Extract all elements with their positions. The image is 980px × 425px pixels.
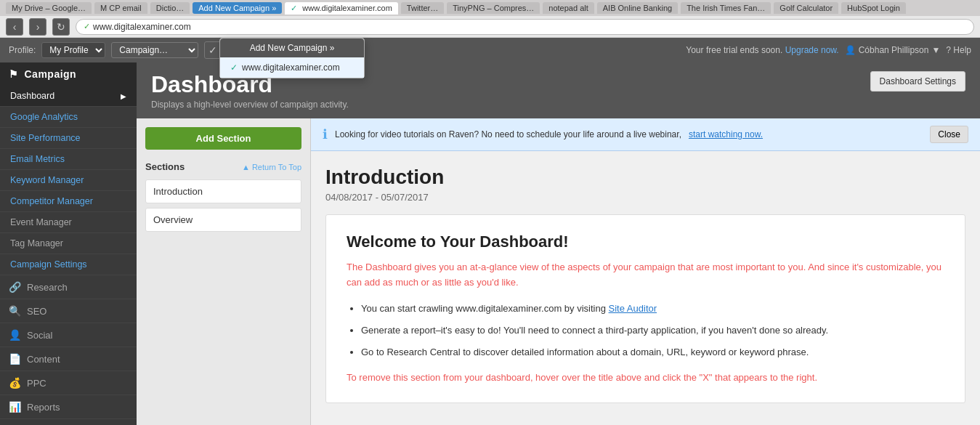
welcome-list: You can start crawling www.digitalexamin…	[361, 299, 944, 362]
sidebar-item-event-manager[interactable]: Event Manager	[0, 212, 137, 233]
list-item-2: Generate a report–it's easy to do! You'l…	[361, 321, 944, 340]
site-auditor-link[interactable]: Site Auditor	[609, 303, 657, 314]
content-label: Content	[27, 354, 60, 365]
watch-now-link[interactable]: start watching now.	[689, 129, 763, 139]
url-text: www.digitalexaminer.com	[93, 22, 191, 32]
browser-tabs: My Drive – Google… M CP email Dictio… Ad…	[0, 0, 980, 16]
campaign-dropdown: Add New Campaign » ✓ www.digitalexaminer…	[219, 38, 365, 78]
refresh-button[interactable]: ↻	[52, 18, 70, 36]
sidebar-item-email-metrics[interactable]: Email Metrics	[0, 149, 137, 170]
main-content: ℹ Looking for video tutorials on Raven? …	[311, 118, 980, 425]
sidebar-category-ppc[interactable]: 💰 PPC	[0, 371, 137, 395]
sidebar-campaign-header: ⚑ Campaign	[0, 62, 137, 86]
list-item-1-text: You can start crawling www.digitalexamin…	[361, 303, 609, 314]
sidebar: ⚑ Campaign Dashboard Google Analytics Si…	[0, 62, 137, 425]
tab-my-drive[interactable]: My Drive – Google…	[6, 2, 92, 14]
tab-golf[interactable]: Golf Calculator	[774, 2, 838, 14]
tab-tinypng[interactable]: TinyPNG – Compres…	[447, 2, 540, 14]
user-name: Cóbhan Phillipson	[859, 45, 929, 55]
tab-aib[interactable]: AIB Online Banking	[597, 2, 678, 14]
browser-bar: ‹ › ↻ ✓ www.digitalexaminer.com	[0, 16, 980, 38]
content-icon: 📄	[9, 353, 21, 365]
tab-dictio[interactable]: Dictio…	[150, 2, 190, 14]
help-button[interactable]: ? Help	[946, 45, 971, 55]
profile-label: Profile:	[9, 45, 36, 55]
tab-cp-email[interactable]: M CP email	[94, 2, 147, 14]
left-panel: Add Section Sections ▲ Return To Top Int…	[137, 118, 311, 425]
sidebar-item-campaign-settings[interactable]: Campaign Settings	[0, 254, 137, 275]
remove-section-text: To remove this section from your dashboa…	[347, 371, 944, 386]
url-checkmark: ✓	[291, 4, 297, 12]
sections-layout: Add Section Sections ▲ Return To Top Int…	[137, 118, 980, 425]
content-area: Dashboard Displays a high-level overview…	[137, 62, 980, 425]
sidebar-item-competitor-manager[interactable]: Competitor Manager	[0, 191, 137, 212]
sections-title: Sections	[145, 161, 185, 172]
research-label: Research	[27, 282, 68, 293]
dropdown-item-label: www.digitalexaminer.com	[242, 62, 340, 73]
upgrade-link[interactable]: Upgrade now.	[785, 45, 839, 55]
ppc-icon: 💰	[9, 377, 21, 389]
ppc-label: PPC	[27, 378, 46, 389]
tab-twitter[interactable]: Twitter…	[401, 2, 444, 14]
trial-banner: Your free trial ends soon. Upgrade now.	[686, 45, 838, 55]
secure-icon: ✓	[84, 22, 90, 31]
welcome-title: Welcome to Your Dashboard!	[347, 232, 944, 251]
seo-icon: 🔍	[9, 305, 21, 317]
user-info: 👤 Cóbhan Phillipson ▼	[845, 45, 941, 55]
research-icon: 🔗	[9, 281, 21, 293]
dashboard-subtitle: Displays a high-level overview of campai…	[151, 100, 349, 110]
sidebar-item-tag-manager[interactable]: Tag Manager	[0, 233, 137, 254]
url-bar[interactable]: ✓ www.digitalexaminer.com	[76, 19, 974, 35]
section-nav-introduction[interactable]: Introduction	[145, 179, 301, 203]
sidebar-category-seo[interactable]: 🔍 SEO	[0, 299, 137, 323]
info-banner-text: Looking for video tutorials on Raven? No…	[335, 129, 681, 139]
tab-campaign[interactable]: Add New Campaign »	[193, 2, 282, 14]
user-icon: 👤	[845, 45, 856, 55]
main-layout: ⚑ Campaign Dashboard Google Analytics Si…	[0, 62, 980, 425]
info-icon: ℹ	[323, 126, 328, 142]
user-dropdown-icon[interactable]: ▼	[931, 45, 940, 55]
section-nav-overview[interactable]: Overview	[145, 208, 301, 232]
sidebar-item-site-performance[interactable]: Site Performance	[0, 128, 137, 149]
tab-hubspot[interactable]: HubSpot Login	[841, 2, 906, 14]
dashboard-settings-button[interactable]: Dashboard Settings	[870, 71, 965, 92]
sidebar-item-google-analytics[interactable]: Google Analytics	[0, 107, 137, 128]
sidebar-campaign-label: Campaign	[25, 68, 77, 80]
welcome-paragraph: The Dashboard gives you an at-a-glance v…	[347, 260, 944, 291]
section-title-introduction: Introduction	[325, 166, 965, 189]
list-item-1: You can start crawling www.digitalexamin…	[361, 299, 944, 318]
app-header: Profile: My Profile Campaign… ✓ ✉ Your f…	[0, 38, 980, 62]
close-banner-button[interactable]: Close	[930, 126, 968, 143]
sidebar-category-content[interactable]: 📄 Content	[0, 347, 137, 371]
sidebar-category-reports[interactable]: 📊 Reports	[0, 395, 137, 419]
dropdown-item-digitalexaminer[interactable]: ✓ www.digitalexaminer.com	[220, 57, 364, 78]
return-to-top-link[interactable]: ▲ Return To Top	[242, 163, 301, 171]
section-date-range: 04/08/2017 - 05/07/2017	[325, 192, 965, 203]
list-item-3: Go to Research Central to discover detai…	[361, 343, 944, 362]
add-section-button[interactable]: Add Section	[145, 127, 301, 150]
tab-irish-times[interactable]: The Irish Times Fan…	[681, 2, 771, 14]
social-label: Social	[27, 330, 52, 341]
tab-notepad[interactable]: notepad alt	[543, 2, 594, 14]
social-icon: 👤	[9, 329, 21, 341]
campaign-icon: ⚑	[9, 68, 19, 80]
tab-active-url[interactable]: ✓ www.digitalexaminer.com	[285, 2, 398, 15]
content-body: Introduction 04/08/2017 - 05/07/2017 Wel…	[311, 151, 980, 418]
welcome-card: Welcome to Your Dashboard! The Dashboard…	[325, 214, 965, 403]
info-banner: ℹ Looking for video tutorials on Raven? …	[311, 118, 980, 151]
campaign-select[interactable]: Campaign…	[111, 42, 198, 58]
sidebar-category-research[interactable]: 🔗 Research	[0, 275, 137, 299]
dropdown-check-icon: ✓	[230, 62, 238, 73]
reports-icon: 📊	[9, 401, 21, 413]
sidebar-category-social[interactable]: 👤 Social	[0, 323, 137, 347]
profile-select[interactable]: My Profile	[41, 42, 105, 58]
back-button[interactable]: ‹	[6, 18, 23, 36]
reports-label: Reports	[27, 402, 60, 413]
sidebar-item-dashboard[interactable]: Dashboard	[0, 86, 137, 107]
sections-header: Sections ▲ Return To Top	[145, 161, 301, 172]
dropdown-header: Add New Campaign »	[220, 39, 364, 57]
forward-button[interactable]: ›	[29, 18, 46, 36]
sidebar-item-keyword-manager[interactable]: Keyword Manager	[0, 170, 137, 191]
seo-label: SEO	[27, 306, 46, 317]
